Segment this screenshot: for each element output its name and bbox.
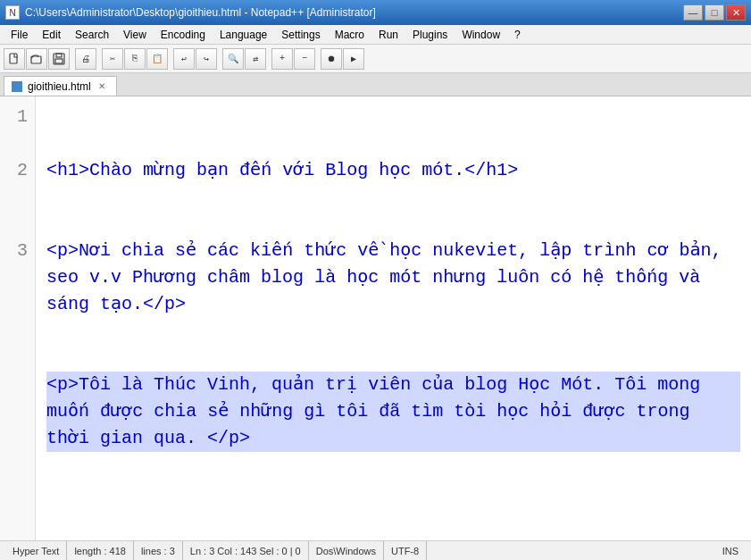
minimize-button[interactable]: — bbox=[683, 4, 703, 21]
status-position: Ln : 3 Col : 143 Sel : 0 | 0 bbox=[183, 541, 309, 560]
maximize-button[interactable]: □ bbox=[705, 4, 724, 21]
svg-rect-4 bbox=[55, 59, 63, 63]
status-eol: Dos\Windows bbox=[309, 541, 384, 560]
menu-edit[interactable]: Edit bbox=[35, 27, 68, 43]
close-button[interactable]: ✕ bbox=[726, 4, 746, 21]
status-mode: INS bbox=[715, 541, 746, 560]
undo-button[interactable]: ↩ bbox=[173, 48, 195, 70]
new-button[interactable] bbox=[4, 48, 25, 70]
svg-rect-0 bbox=[10, 54, 17, 63]
copy-button[interactable]: ⎘ bbox=[124, 48, 146, 70]
status-lines: lines : 3 bbox=[134, 541, 183, 560]
find-button[interactable]: 🔍 bbox=[222, 48, 244, 70]
paste-button[interactable]: 📋 bbox=[146, 48, 168, 70]
line-number-3: 3 bbox=[17, 238, 28, 264]
menu-encoding[interactable]: Encoding bbox=[154, 27, 213, 43]
code-line-1: <h1>Chào mừng bạn đến với Blog học mót.<… bbox=[46, 157, 740, 184]
macro-rec-button[interactable]: ⏺ bbox=[321, 48, 342, 70]
menu-file[interactable]: File bbox=[4, 27, 35, 43]
window-title: C:\Users\Administrator\Desktop\gioithieu… bbox=[25, 6, 376, 19]
zoom-in-button[interactable]: + bbox=[271, 48, 293, 70]
menu-settings[interactable]: Settings bbox=[274, 27, 327, 43]
menu-view[interactable]: View bbox=[116, 27, 154, 43]
cut-button[interactable]: ✂ bbox=[102, 48, 123, 70]
status-length: length : 418 bbox=[67, 541, 134, 560]
code-line-2: <p>Nơi chia sẻ các kiến thức về học nuke… bbox=[46, 238, 740, 318]
replace-button[interactable]: ⇄ bbox=[245, 48, 266, 70]
save-button[interactable] bbox=[48, 48, 70, 70]
menu-search[interactable]: Search bbox=[68, 27, 116, 43]
macro-play-button[interactable]: ▶ bbox=[343, 48, 364, 70]
menu-plugins[interactable]: Plugins bbox=[405, 27, 455, 43]
status-bar: Hyper Text length : 418 lines : 3 Ln : 3… bbox=[0, 540, 751, 560]
file-icon bbox=[12, 81, 22, 92]
menu-window[interactable]: Window bbox=[455, 27, 507, 43]
status-encoding: UTF-8 bbox=[384, 541, 427, 560]
menu-macro[interactable]: Macro bbox=[328, 27, 371, 43]
status-lang: Hyper Text bbox=[5, 541, 67, 560]
title-bar: N C:\Users\Administrator\Desktop\gioithi… bbox=[0, 0, 751, 25]
tab-gioithieu[interactable]: gioithieu.html ✕ bbox=[4, 76, 117, 96]
tab-close-button[interactable]: ✕ bbox=[96, 81, 107, 91]
tab-bar: gioithieu.html ✕ bbox=[0, 73, 751, 96]
print-button[interactable]: 🖨 bbox=[75, 48, 96, 70]
menu-help[interactable]: ? bbox=[507, 27, 528, 43]
svg-rect-3 bbox=[56, 54, 62, 57]
menu-run[interactable]: Run bbox=[371, 27, 405, 43]
tab-filename: gioithieu.html bbox=[28, 80, 91, 93]
line-numbers: 1 2 3 bbox=[0, 96, 36, 540]
app-icon: N bbox=[5, 5, 20, 20]
svg-rect-1 bbox=[31, 56, 41, 63]
zoom-out-button[interactable]: − bbox=[294, 48, 315, 70]
line-number-1: 1 bbox=[17, 104, 28, 130]
open-button[interactable] bbox=[26, 48, 47, 70]
toolbar: 🖨 ✂ ⎘ 📋 ↩ ↪ 🔍 ⇄ + − ⏺ ▶ bbox=[0, 45, 751, 73]
editor-area[interactable]: 1 2 3 <h1>Chào mừng bạn đến với Blog học… bbox=[0, 96, 751, 540]
redo-button[interactable]: ↪ bbox=[196, 48, 217, 70]
menu-bar: File Edit Search View Encoding Language … bbox=[0, 25, 751, 45]
menu-language[interactable]: Language bbox=[213, 27, 274, 43]
code-line-3: <p>Tôi là Thúc Vinh, quản trị viên của b… bbox=[46, 372, 740, 452]
window-controls: — □ ✕ bbox=[683, 4, 746, 21]
code-editor[interactable]: <h1>Chào mừng bạn đến với Blog học mót.<… bbox=[36, 96, 751, 540]
line-number-2: 2 bbox=[17, 157, 28, 184]
